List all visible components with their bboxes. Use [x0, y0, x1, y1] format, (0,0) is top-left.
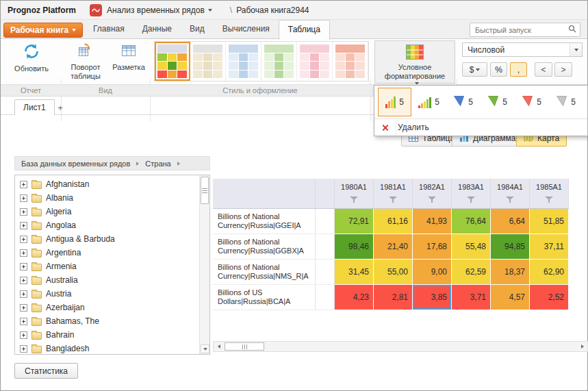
tree-item[interactable]: Algeria	[20, 205, 198, 218]
grid-cell[interactable]: 55,48	[452, 234, 491, 260]
decrease-decimals-button[interactable]: <	[535, 62, 552, 77]
tree-item[interactable]: Australia	[20, 273, 198, 287]
grid-cell[interactable]: 2,81	[374, 285, 413, 310]
tab-vychisleniya[interactable]: Вычисления	[214, 20, 279, 39]
expand-plus-icon[interactable]	[20, 331, 27, 339]
percent-format-button[interactable]: %	[490, 62, 507, 77]
expand-plus-icon[interactable]	[20, 194, 27, 202]
expand-plus-icon[interactable]	[20, 249, 27, 257]
tree-item[interactable]: Bangladesh	[20, 342, 198, 353]
tree-item[interactable]: Armenia	[20, 260, 198, 273]
grid-cell[interactable]: 76,64	[452, 209, 491, 234]
expand-plus-icon[interactable]	[20, 290, 27, 298]
grid-column-header[interactable]: 1985A1	[530, 179, 569, 208]
grid-cell[interactable]: 31,45	[335, 260, 374, 285]
grid-cell[interactable]: 62,59	[452, 260, 491, 285]
icon-set-cone-gray[interactable]: 5	[549, 88, 583, 116]
quick-search-box[interactable]	[470, 23, 580, 37]
grid-cell[interactable]: 41,93	[413, 209, 452, 234]
increase-decimals-button[interactable]: >	[554, 62, 572, 77]
icon-set-cone-red[interactable]: 5	[515, 88, 548, 116]
grid-cell[interactable]: 21,40	[374, 234, 413, 260]
app-logo-icon[interactable]	[90, 4, 102, 16]
grid-cell[interactable]: 4,23	[335, 285, 374, 310]
scrollbar-down-button[interactable]	[201, 344, 209, 353]
tab-vid[interactable]: Вид	[181, 20, 214, 39]
grid-column-header[interactable]: 1981A1	[374, 179, 413, 208]
icon-set-cone-green[interactable]: 5	[481, 88, 514, 116]
grid-cell[interactable]: 6,64	[491, 209, 530, 234]
scrollbar-right-button[interactable]	[577, 342, 587, 351]
breadcrumb-database[interactable]: База данных временных рядов	[21, 160, 130, 168]
expand-plus-icon[interactable]	[20, 222, 27, 229]
grid-cell[interactable]: 72,91	[335, 209, 374, 234]
table-style-thumbnail[interactable]	[261, 42, 297, 81]
pivot-table-button[interactable]: Поворот таблицы	[64, 42, 107, 81]
grid-column-header[interactable]: 1982A1	[413, 179, 452, 208]
grid-cell[interactable]: 94,85	[491, 234, 530, 260]
number-format-select[interactable]: Числовой	[462, 42, 583, 57]
grid-cell[interactable]: 18,37	[491, 260, 530, 285]
tree-item[interactable]: Afghanistan	[20, 177, 198, 191]
refresh-button[interactable]: Обновить	[6, 42, 57, 73]
grid-cell[interactable]: 61,16	[374, 209, 413, 234]
icon-set-bars-colored-2[interactable]: 5	[412, 88, 446, 116]
grid-cell[interactable]: 98,46	[335, 234, 374, 260]
table-style-thumbnail[interactable]	[190, 42, 226, 81]
combo-drop-button[interactable]	[570, 43, 582, 56]
quick-search-input[interactable]	[474, 25, 568, 35]
table-style-thumbnail[interactable]	[333, 42, 368, 81]
layout-button[interactable]: Разметка	[109, 42, 149, 72]
currency-format-button[interactable]: $	[462, 62, 487, 77]
icon-set-cone-blue[interactable]: 5	[446, 88, 480, 116]
grid-horizontal-scrollbar[interactable]	[213, 341, 588, 352]
filter-icon[interactable]	[428, 197, 436, 203]
tree-item[interactable]: Argentina	[20, 246, 198, 260]
expand-plus-icon[interactable]	[20, 304, 27, 312]
expand-plus-icon[interactable]	[20, 277, 27, 284]
table-style-thumbnail[interactable]	[226, 42, 261, 81]
tab-dannye[interactable]: Данные	[133, 20, 181, 39]
grid-row-header[interactable]: Billions of National Currency|Russia|GGE…	[213, 209, 316, 234]
tab-glavnaya[interactable]: Главная	[84, 20, 133, 39]
expand-plus-icon[interactable]	[20, 181, 27, 188]
scrollbar-left-button[interactable]	[214, 342, 224, 351]
tree-item[interactable]: Bahrain	[20, 328, 198, 342]
tree-item[interactable]: Angolaa	[20, 218, 198, 232]
tree-item[interactable]: Azerbaijan	[20, 301, 198, 314]
sheet-tab-list1[interactable]: Лист1	[14, 99, 55, 115]
search-icon[interactable]	[568, 25, 576, 35]
tree-item[interactable]: Austria	[20, 287, 198, 301]
grid-row-header[interactable]: Billions of National Currency|Russia|NMS…	[213, 260, 316, 285]
filter-icon[interactable]	[467, 197, 475, 203]
table-style-thumbnail[interactable]	[297, 42, 333, 81]
grid-column-header[interactable]: 1983A1	[452, 179, 491, 208]
expand-plus-icon[interactable]	[20, 318, 27, 325]
grid-cell-selected[interactable]: 3,85	[413, 285, 452, 310]
grid-cell[interactable]: 9,00	[413, 260, 452, 285]
add-sheet-button[interactable]: +	[53, 101, 68, 114]
grid-row-header[interactable]: Billions of National Currency|Russia|GGB…	[213, 234, 316, 260]
expand-plus-icon[interactable]	[20, 345, 27, 353]
expand-plus-icon[interactable]	[20, 236, 27, 243]
grid-column-header[interactable]: 1984A1	[491, 179, 530, 208]
grid-cell[interactable]: 37,11	[530, 234, 569, 260]
workbook-menu-button[interactable]: Рабочая книга	[3, 23, 83, 38]
grid-cell[interactable]: 3,71	[452, 285, 491, 310]
grid-cell[interactable]: 2,52	[530, 285, 569, 310]
menu-item-delete[interactable]: Удалить	[374, 118, 587, 136]
filter-icon[interactable]	[506, 197, 514, 203]
grid-row-header[interactable]: Billions of US Dollars|Russia|BCA|A	[213, 285, 316, 310]
expand-plus-icon[interactable]	[20, 208, 27, 216]
statistics-button[interactable]: Статистика	[14, 363, 78, 379]
tree-item[interactable]: Albania	[20, 191, 198, 205]
app-menu-button[interactable]: Анализ временных рядов	[107, 5, 212, 15]
filter-icon[interactable]	[389, 197, 397, 203]
tree-item[interactable]: Antigua & Barbuda	[20, 232, 198, 246]
thousands-separator-button[interactable]: ,	[510, 62, 527, 77]
icon-set-bars-colored[interactable]: 5	[378, 88, 411, 116]
grid-column-header[interactable]: 1980A1	[335, 179, 374, 208]
grid-cell[interactable]: 17,68	[413, 234, 452, 260]
breadcrumb-country[interactable]: Страна	[145, 160, 170, 168]
grid-cell[interactable]: 51,85	[530, 209, 569, 234]
